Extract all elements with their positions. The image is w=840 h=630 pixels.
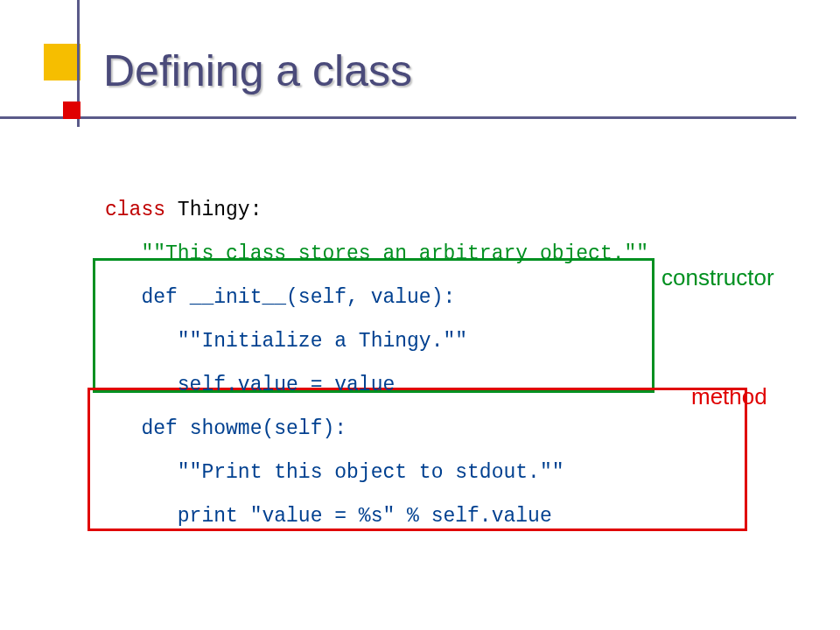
method-label: method xyxy=(691,383,767,410)
showme-body: print "value = %s" % self.value xyxy=(105,505,552,528)
init-docstring: ""Initialize a Thingy."" xyxy=(105,330,467,353)
deco-horizontal-line xyxy=(0,116,796,119)
method-sig-showme: (self): xyxy=(262,417,346,440)
keyword-class: class xyxy=(105,199,178,221)
slide-title: Defining a class xyxy=(103,46,412,96)
keyword-def-init: def xyxy=(105,286,190,309)
method-name-init: __init__ xyxy=(190,286,286,309)
init-body: self.value = value xyxy=(105,374,395,396)
class-docstring: ""This class stores an arbitrary object.… xyxy=(105,242,648,265)
slide: Defining a class class Thingy: ""This cl… xyxy=(0,0,840,630)
class-name: Thingy: xyxy=(178,199,262,221)
constructor-label: constructor xyxy=(662,264,774,291)
keyword-def-showme: def xyxy=(105,417,190,440)
deco-red-square xyxy=(63,102,80,119)
showme-docstring: ""Print this object to stdout."" xyxy=(105,461,564,484)
code-block: class Thingy: ""This class stores an arb… xyxy=(105,188,648,538)
deco-yellow-square xyxy=(44,44,80,80)
method-sig-init: (self, value): xyxy=(286,286,455,309)
method-name-showme: showme xyxy=(190,417,262,440)
